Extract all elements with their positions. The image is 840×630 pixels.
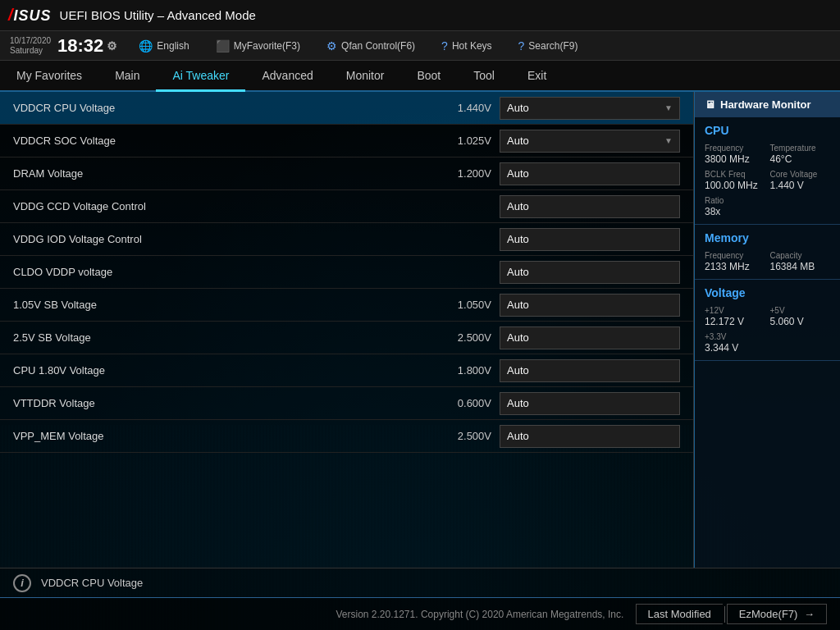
voltage-row[interactable]: 1.05V SB Voltage1.050VAuto: [0, 289, 693, 322]
bottom-info: i VDDCR CPU Voltage: [0, 568, 840, 597]
memory-grid: Frequency 2133 MHz Capacity 16384 MB: [705, 251, 830, 272]
bios-title: UEFI BIOS Utility – Advanced Mode: [60, 8, 832, 22]
row-label: VTTDDR Voltage: [13, 397, 434, 409]
myfavorite-btn[interactable]: ⬛ MyFavorite(F3): [211, 38, 305, 54]
voltage-row[interactable]: VPP_MEM Voltage2.500VAuto: [0, 420, 693, 453]
dropdown[interactable]: Auto▼: [500, 130, 680, 153]
memory-title: Memory: [705, 231, 830, 244]
nav-ai-tweaker[interactable]: Ai Tweaker: [156, 61, 245, 92]
nav-main[interactable]: Main: [98, 61, 156, 90]
voltage-row[interactable]: VTTDDR Voltage0.600VAuto: [0, 387, 693, 420]
memory-section: Memory Frequency 2133 MHz Capacity 16384…: [695, 225, 840, 280]
cpu-section: CPU Frequency 3800 MHz Temperature 46°C …: [695, 117, 840, 225]
footer-right: Last Modified EzMode(F7) →: [636, 604, 827, 624]
row-value: 1.800V: [434, 364, 491, 377]
cpu-grid: Frequency 3800 MHz Temperature 46°C BCLK…: [705, 144, 830, 217]
row-value: 1.200V: [434, 167, 491, 180]
voltage-row[interactable]: VDDCR SOC Voltage1.025VAuto▼: [0, 125, 693, 158]
voltage-grid: +12V 12.172 V +5V 5.060 V +3.3V 3.344 V: [705, 306, 830, 354]
voltage-section: Voltage +12V 12.172 V +5V 5.060 V +3.3V …: [695, 280, 840, 361]
arrow-right-icon: →: [804, 608, 815, 620]
mem-freq-item: Frequency 2133 MHz: [705, 251, 765, 272]
left-panel: VDDCR CPU Voltage1.440VAuto▼VDDCR SOC Vo…: [0, 92, 694, 568]
row-label: 1.05V SB Voltage: [13, 299, 434, 311]
row-value: 2.500V: [434, 331, 491, 344]
text-control: Auto: [500, 425, 680, 448]
footer-version: Version 2.20.1271. Copyright (C) 2020 Am…: [324, 609, 635, 620]
star-icon: ⬛: [216, 39, 230, 52]
row-control[interactable]: Auto: [500, 162, 680, 185]
hotkeys-btn[interactable]: ? Hot Keys: [436, 38, 496, 54]
dropdown-arrow: ▼: [664, 136, 673, 145]
asus-logo: /ISUS: [8, 6, 52, 25]
row-control[interactable]: Auto: [500, 392, 680, 415]
hw-monitor-header: 🖥 Hardware Monitor: [695, 92, 840, 117]
voltage-row[interactable]: CPU 1.80V Voltage1.800VAuto: [0, 354, 693, 387]
help-icon: ?: [441, 39, 448, 52]
text-control: Auto: [500, 261, 680, 284]
qfan-btn[interactable]: ⚙ Qfan Control(F6): [322, 38, 420, 54]
nav-tool[interactable]: Tool: [457, 61, 511, 90]
search-icon: ?: [518, 39, 525, 52]
row-control[interactable]: Auto: [500, 359, 680, 382]
voltage-row[interactable]: 2.5V SB Voltage2.500VAuto: [0, 322, 693, 354]
info-bar: 10/17/2020 Saturday 18:32 ⚙ 🌐 English ⬛ …: [0, 31, 840, 61]
voltage-row[interactable]: CLDO VDDP voltageAuto: [0, 256, 693, 289]
text-control: Auto: [500, 195, 680, 218]
row-label: VDDCR SOC Voltage: [13, 135, 434, 147]
ez-mode-btn[interactable]: EzMode(F7) →: [727, 604, 827, 624]
gear-icon[interactable]: ⚙: [107, 39, 117, 52]
nav-my-favorites[interactable]: My Favorites: [0, 61, 98, 90]
dropdown[interactable]: Auto▼: [500, 97, 680, 120]
row-label: VPP_MEM Voltage: [13, 430, 434, 442]
cpu-core-voltage-item: Core Voltage 1.440 V: [770, 170, 831, 191]
nav-monitor[interactable]: Monitor: [330, 61, 401, 90]
row-control[interactable]: Auto▼: [500, 130, 680, 153]
text-control: Auto: [500, 228, 680, 251]
row-control[interactable]: Auto: [500, 294, 680, 317]
voltage-table: VDDCR CPU Voltage1.440VAuto▼VDDCR SOC Vo…: [0, 92, 693, 453]
row-label: VDDCR CPU Voltage: [13, 102, 434, 114]
nav-exit[interactable]: Exit: [511, 61, 563, 90]
english-btn[interactable]: 🌐 English: [134, 38, 194, 54]
voltage-row[interactable]: VDDG IOD Voltage ControlAuto: [0, 223, 693, 256]
voltage-row[interactable]: VDDCR CPU Voltage1.440VAuto▼: [0, 92, 693, 125]
cpu-freq-item: Frequency 3800 MHz: [705, 144, 765, 165]
row-control[interactable]: Auto: [500, 195, 680, 218]
nav-boot[interactable]: Boot: [400, 61, 457, 90]
nav-advanced[interactable]: Advanced: [245, 61, 329, 90]
row-value: 1.050V: [434, 299, 491, 311]
datetime: 10/17/2020 Saturday: [10, 36, 51, 56]
row-control[interactable]: Auto: [500, 326, 680, 349]
text-control: Auto: [500, 162, 680, 185]
v12-item: +12V 12.172 V: [705, 306, 765, 327]
nav-bar: My Favorites Main Ai Tweaker Advanced Mo…: [0, 61, 840, 92]
search-btn[interactable]: ? Search(F9): [514, 38, 583, 54]
fan-icon: ⚙: [326, 39, 337, 52]
text-control: Auto: [500, 359, 680, 382]
row-label: DRAM Voltage: [13, 167, 434, 180]
cpu-ratio-item: Ratio 38x: [705, 196, 765, 217]
row-control[interactable]: Auto: [500, 228, 680, 251]
row-label: VDDG CCD Voltage Control: [13, 200, 434, 212]
v5-item: +5V 5.060 V: [770, 306, 831, 327]
top-bar: /ISUS UEFI BIOS Utility – Advanced Mode: [0, 0, 840, 31]
row-control[interactable]: Auto: [500, 425, 680, 448]
row-value: 1.025V: [434, 135, 491, 147]
row-control[interactable]: Auto▼: [500, 97, 680, 120]
dropdown-arrow: ▼: [664, 103, 673, 112]
row-control[interactable]: Auto: [500, 261, 680, 284]
main-layout: VDDCR CPU Voltage1.440VAuto▼VDDCR SOC Vo…: [0, 92, 840, 568]
mem-capacity-item: Capacity 16384 MB: [770, 251, 831, 272]
globe-icon: 🌐: [139, 39, 153, 52]
time-display: 18:32 ⚙: [57, 35, 117, 57]
last-modified-btn[interactable]: Last Modified: [636, 604, 723, 624]
cpu-temp-item: Temperature 46°C: [770, 144, 831, 165]
text-control: Auto: [500, 294, 680, 317]
voltage-row[interactable]: DRAM Voltage1.200VAuto: [0, 158, 693, 190]
monitor-icon: 🖥: [705, 98, 715, 111]
cpu-title: CPU: [705, 124, 830, 137]
info-icon: i: [13, 574, 31, 592]
voltage-row[interactable]: VDDG CCD Voltage ControlAuto: [0, 190, 693, 223]
voltage-title: Voltage: [705, 286, 830, 299]
